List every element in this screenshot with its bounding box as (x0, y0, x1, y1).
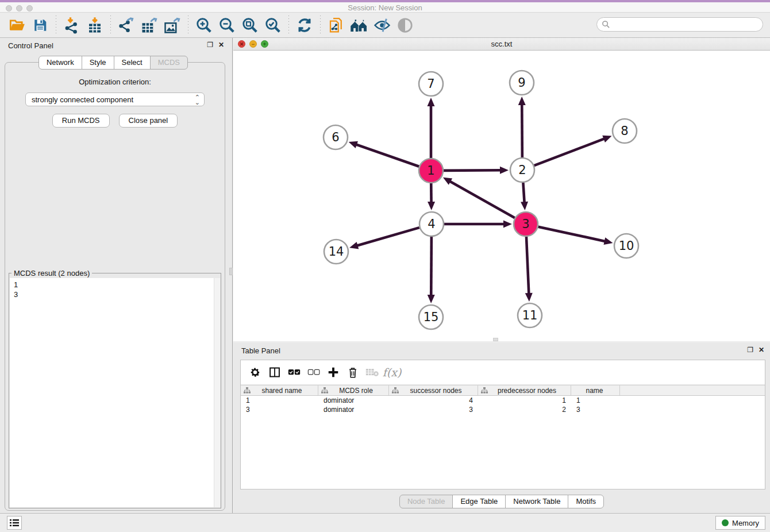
float-table-panel-icon[interactable]: ❐ (747, 346, 753, 353)
houses-icon (350, 17, 368, 34)
tab-mcds[interactable]: MCDS (150, 56, 188, 70)
table-cell[interactable]: 4 (389, 396, 478, 405)
control-panel-tabs: NetworkStyleSelectMCDS (0, 56, 226, 70)
graph-edge-arrowhead (604, 237, 613, 245)
node-table-container: f(x) shared nameMCDS rolesuccessor nodes… (240, 360, 765, 489)
search-icon (602, 20, 610, 29)
eye-disabled-icon (396, 17, 414, 34)
table-body: 1dominator4113dominator323 (241, 396, 765, 414)
column-header-predecessor-nodes[interactable]: predecessor nodes (478, 385, 571, 395)
delete-column-button[interactable] (344, 364, 361, 381)
table-cell[interactable]: 1 (478, 396, 571, 405)
column-header-name[interactable]: name (571, 385, 620, 395)
export-image-button[interactable] (163, 16, 182, 34)
horizontal-splitter-handle[interactable] (493, 338, 498, 341)
close-panel-button[interactable]: Close panel (119, 114, 178, 128)
table-cell[interactable]: 3 (389, 405, 478, 414)
graph-node-label-15: 15 (424, 310, 439, 324)
network-view-window: ✕ − + scc.txt 7968124314101511 (233, 38, 770, 341)
export-table-button[interactable] (140, 16, 159, 34)
table-cell[interactable]: dominator (318, 405, 389, 414)
table-cell[interactable]: 3 (571, 405, 620, 414)
tab-edge-table[interactable]: Edge Table (452, 495, 506, 508)
graph-edge-2-8[interactable] (534, 138, 605, 165)
delete-table-icon (365, 367, 379, 377)
zoom-out-button[interactable] (217, 16, 237, 34)
column-type-icon (321, 387, 328, 394)
function-builder-button[interactable]: f(x) (383, 364, 401, 381)
table-cell[interactable]: dominator (318, 396, 389, 405)
export-network-button[interactable] (117, 16, 136, 34)
tab-network[interactable]: Network (38, 56, 82, 70)
import-network-button[interactable] (62, 16, 82, 34)
tab-network-table[interactable]: Network Table (505, 495, 568, 508)
open-folder-icon (9, 17, 25, 33)
graph-edge-2-3[interactable] (523, 183, 524, 203)
create-column-button[interactable] (325, 364, 342, 381)
graph-edge-arrowhead (349, 141, 358, 148)
close-table-panel-icon[interactable]: ✕ (759, 346, 764, 353)
search-box[interactable] (596, 17, 763, 32)
toolbar-separator (110, 16, 111, 35)
delete-table-button[interactable] (364, 364, 381, 381)
table-cell[interactable]: 1 (571, 396, 620, 405)
optimization-criterion-select[interactable]: strongly connected component ⌃⌄ (25, 92, 205, 106)
graph-edge-1-6[interactable] (356, 144, 419, 167)
tab-style[interactable]: Style (82, 56, 114, 70)
graph-edge-3-11[interactable] (526, 237, 529, 294)
column-header-MCDS-role[interactable]: MCDS role (318, 385, 389, 395)
graph-edge-4-15[interactable] (431, 237, 432, 296)
vertical-splitter-handle[interactable] (229, 268, 233, 275)
graph-node-label-9: 9 (518, 76, 525, 90)
select-all-button[interactable] (286, 364, 303, 381)
apply-layout-button[interactable] (295, 16, 314, 34)
table-settings-button[interactable] (247, 364, 264, 381)
table-cell[interactable]: 3 (241, 405, 318, 414)
column-type-icon (481, 387, 488, 394)
zoom-fit-button[interactable] (240, 16, 260, 34)
graph-edge-2-9[interactable] (522, 104, 522, 157)
column-header-shared-name[interactable]: shared name (241, 385, 318, 395)
show-all-networks-button[interactable] (349, 16, 369, 34)
tab-node-table[interactable]: Node Table (399, 495, 453, 508)
mcds-result-text[interactable]: 1 3 (10, 278, 220, 507)
graph-edge-1-2[interactable] (444, 170, 501, 171)
import-table-button[interactable] (85, 16, 105, 34)
save-session-button[interactable] (30, 16, 50, 34)
graph-edge-arrowhead (521, 202, 528, 210)
memory-button-label: Memory (732, 519, 759, 527)
graph-node-label-6: 6 (332, 130, 339, 144)
search-input[interactable] (613, 20, 763, 29)
close-panel-icon[interactable]: ✕ (218, 41, 224, 48)
zoom-selected-icon (264, 17, 282, 34)
open-session-button[interactable] (7, 16, 27, 34)
column-header-successor-nodes[interactable]: successor nodes (389, 385, 478, 395)
zoom-selected-button[interactable] (263, 16, 283, 34)
float-panel-icon[interactable]: ❐ (207, 41, 213, 48)
toggle-column-pane-button[interactable] (266, 364, 283, 381)
tab-select[interactable]: Select (114, 56, 151, 70)
show-hidden-button[interactable] (395, 16, 415, 34)
table-row[interactable]: 3dominator323 (241, 405, 765, 414)
zoom-in-button[interactable] (194, 16, 214, 34)
graph-edge-3-10[interactable] (538, 227, 605, 241)
table-row[interactable]: 1dominator411 (241, 396, 765, 405)
import-table-icon (86, 17, 103, 34)
memory-status-dot (722, 519, 729, 526)
clone-network-button[interactable] (326, 16, 346, 34)
window-titlebar: Session: New Session (0, 0, 770, 13)
network-canvas[interactable]: 7968124314101511 (233, 51, 770, 341)
table-cell[interactable]: 1 (241, 396, 318, 405)
mcds-result-title: MCDS result (2 nodes) (11, 269, 92, 277)
show-panel-list-button[interactable] (7, 516, 22, 530)
result-scrollbar[interactable] (214, 278, 220, 507)
memory-button[interactable]: Memory (715, 516, 765, 530)
run-mcds-button[interactable]: Run MCDS (52, 114, 110, 128)
hide-selected-button[interactable] (372, 16, 392, 34)
save-icon (33, 18, 48, 33)
graph-edge-3-1[interactable] (449, 181, 515, 218)
graph-edge-4-14[interactable] (357, 228, 419, 246)
tab-motifs[interactable]: Motifs (568, 495, 604, 508)
deselect-all-button[interactable] (305, 364, 322, 381)
table-cell[interactable]: 2 (478, 405, 571, 414)
